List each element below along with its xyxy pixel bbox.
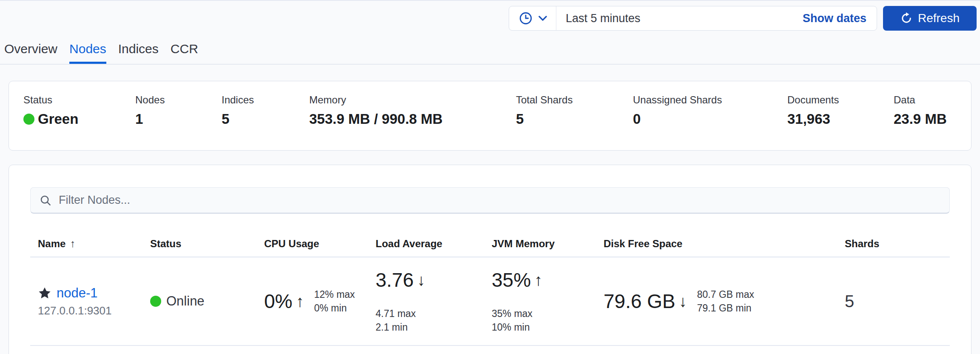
nodes-table-header: Name ↑ Status CPU Usage Load Average JVM… bbox=[30, 237, 950, 257]
disk-free-value: 79.6 GB bbox=[604, 290, 675, 313]
column-header-disk-free-space[interactable]: Disk Free Space bbox=[604, 237, 845, 250]
table-row: node-1 127.0.0.1:9301 Online 0% ↑ 12% ma… bbox=[30, 257, 950, 346]
refresh-button-label: Refresh bbox=[918, 11, 960, 25]
stat-value: Green bbox=[38, 111, 78, 127]
cpu-usage-value: 0% bbox=[264, 290, 292, 313]
disk-max: 80.7 GB max bbox=[697, 288, 754, 301]
tab-nodes[interactable]: Nodes bbox=[69, 42, 106, 64]
stat-status: Status Green bbox=[23, 94, 135, 127]
sort-ascending-icon: ↑ bbox=[70, 237, 75, 250]
time-picker[interactable]: Last 5 minutes Show dates bbox=[509, 6, 877, 31]
jvm-min: 10% min bbox=[492, 320, 533, 334]
cpu-min: 0% min bbox=[314, 301, 355, 315]
node-name-cell: node-1 127.0.0.1:9301 bbox=[30, 257, 150, 345]
stat-label: Indices bbox=[222, 94, 309, 106]
load-min: 2.1 min bbox=[376, 320, 416, 334]
stat-value: 23.9 MB bbox=[894, 111, 947, 127]
stat-value: 5 bbox=[516, 111, 633, 127]
stat-total-shards: Total Shards 5 bbox=[516, 94, 633, 127]
stat-label: Status bbox=[23, 94, 135, 106]
stat-value: 353.9 MB / 990.8 MB bbox=[309, 111, 516, 127]
jvm-max: 35% max bbox=[492, 307, 533, 320]
nodes-list-panel: Name ↑ Status CPU Usage Load Average JVM… bbox=[9, 165, 971, 354]
load-average-cell: 3.76 ↓ 4.71 max 2.1 min bbox=[376, 257, 492, 345]
disk-free-space-cell: 79.6 GB ↓ 80.7 GB max 79.1 GB min bbox=[604, 257, 845, 345]
stat-unassigned-shards: Unassigned Shards 0 bbox=[633, 94, 787, 127]
tab-ccr[interactable]: CCR bbox=[171, 42, 198, 64]
tab-indices[interactable]: Indices bbox=[118, 42, 159, 64]
column-header-name[interactable]: Name ↑ bbox=[30, 237, 150, 250]
tabs-bar: Overview Nodes Indices CCR bbox=[0, 32, 980, 65]
jvm-memory-cell: 35% ↑ 35% max 10% min bbox=[492, 257, 604, 345]
column-header-cpu-usage[interactable]: CPU Usage bbox=[264, 237, 376, 250]
stat-label: Documents bbox=[787, 94, 894, 106]
stat-label: Total Shards bbox=[516, 94, 633, 106]
chevron-down-icon bbox=[537, 13, 548, 24]
health-green-dot-icon bbox=[23, 114, 34, 125]
shards-cell: 5 bbox=[845, 257, 951, 345]
stat-nodes: Nodes 1 bbox=[135, 94, 222, 127]
top-bar: Last 5 minutes Show dates Refresh bbox=[0, 1, 980, 32]
stat-label: Memory bbox=[309, 94, 516, 106]
disk-min: 79.1 GB min bbox=[697, 301, 754, 315]
trend-down-arrow-icon: ↓ bbox=[417, 272, 425, 288]
trend-down-arrow-icon: ↓ bbox=[679, 293, 687, 309]
stat-indices: Indices 5 bbox=[222, 94, 309, 127]
column-header-shards[interactable]: Shards bbox=[845, 237, 951, 250]
trend-up-arrow-icon: ↑ bbox=[534, 272, 542, 288]
online-green-dot-icon bbox=[150, 296, 161, 307]
show-dates-link[interactable]: Show dates bbox=[803, 12, 877, 25]
column-header-jvm-memory[interactable]: JVM Memory bbox=[492, 237, 604, 250]
column-header-load-average[interactable]: Load Average bbox=[376, 237, 492, 250]
search-icon bbox=[39, 194, 52, 207]
node-status-text: Online bbox=[166, 294, 205, 309]
stat-label: Unassigned Shards bbox=[633, 94, 787, 106]
refresh-icon bbox=[900, 12, 913, 25]
stat-value: 1 bbox=[135, 111, 222, 127]
load-max: 4.71 max bbox=[376, 307, 416, 320]
node-name-link[interactable]: node-1 bbox=[57, 285, 98, 301]
stat-value: 5 bbox=[222, 111, 309, 127]
stat-data: Data 23.9 MB bbox=[894, 94, 947, 127]
stat-memory: Memory 353.9 MB / 990.8 MB bbox=[309, 94, 516, 127]
cluster-status-panel: Status Green Nodes 1 Indices 5 Memory 35… bbox=[9, 81, 971, 151]
filter-nodes-searchbar[interactable] bbox=[30, 187, 950, 214]
refresh-button[interactable]: Refresh bbox=[883, 6, 977, 31]
stat-value: 0 bbox=[633, 111, 787, 127]
shards-count: 5 bbox=[845, 292, 854, 311]
stat-label: Nodes bbox=[135, 94, 222, 106]
stat-documents: Documents 31,963 bbox=[787, 94, 894, 127]
trend-up-arrow-icon: ↑ bbox=[296, 293, 304, 309]
load-average-value: 3.76 bbox=[376, 268, 414, 291]
node-transport-address: 127.0.0.1:9301 bbox=[38, 304, 112, 317]
tab-overview[interactable]: Overview bbox=[4, 42, 57, 64]
time-picker-quick-menu-button[interactable] bbox=[509, 6, 556, 30]
stat-label: Data bbox=[894, 94, 947, 106]
column-header-status[interactable]: Status bbox=[150, 237, 264, 250]
cpu-usage-cell: 0% ↑ 12% max 0% min bbox=[264, 257, 376, 345]
jvm-memory-value: 35% bbox=[492, 268, 531, 291]
clock-icon bbox=[518, 11, 533, 26]
node-status-cell: Online bbox=[150, 257, 264, 345]
filter-nodes-input[interactable] bbox=[59, 194, 941, 207]
cpu-max: 12% max bbox=[314, 288, 355, 301]
stat-value: 31,963 bbox=[787, 111, 894, 127]
time-range-label[interactable]: Last 5 minutes bbox=[556, 12, 803, 25]
master-node-star-icon bbox=[38, 286, 51, 300]
